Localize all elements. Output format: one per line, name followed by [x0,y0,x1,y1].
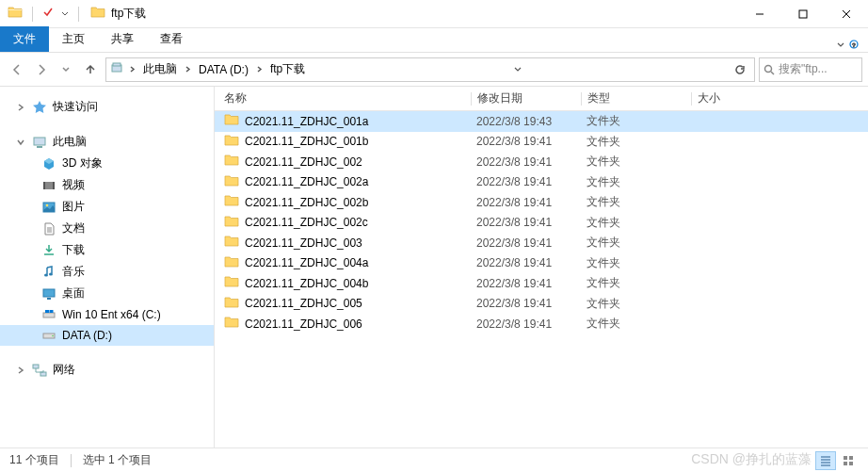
folder-name: C2021.11_ZDHJC_002a [245,175,368,188]
sidebar-quick-access[interactable]: 快速访问 [0,96,214,118]
breadcrumb-item[interactable]: 此电脑 [141,61,179,77]
separator [32,7,33,22]
video-icon [41,178,56,193]
file-type: 文件夹 [587,154,697,170]
date-modified: 2022/3/8 19:41 [476,317,587,331]
search-icon [764,64,775,75]
date-modified: 2022/3/8 19:41 [476,216,587,229]
column-type[interactable]: 类型 [582,90,691,106]
folder-row[interactable]: C2021.11_ZDHJC_002c2022/3/8 19:41文件夹 [215,213,868,234]
breadcrumb-root-icon[interactable] [110,61,123,77]
main-area: 快速访问 此电脑 3D 对象视频图片文档下载音乐桌面Win 10 Ent x64… [0,87,868,448]
sidebar-item[interactable]: 图片 [0,196,214,218]
date-modified: 2022/3/8 19:43 [476,115,587,128]
svg-rect-4 [113,63,121,66]
breadcrumb-item[interactable]: DATA (D:) [197,63,250,76]
folder-row[interactable]: C2021.11_ZDHJC_002a2022/3/8 19:41文件夹 [215,172,868,193]
svg-rect-9 [43,182,45,189]
folder-row[interactable]: C2021.11_ZDHJC_0062022/3/8 19:41文件夹 [215,314,868,334]
window-title: ftp下载 [111,6,146,22]
chevron-down-icon[interactable] [17,138,26,146]
folder-icon [224,133,239,151]
chevron-right-icon[interactable] [252,66,266,73]
folder-icon [90,5,105,23]
column-date[interactable]: 修改日期 [472,90,581,106]
chevron-right-icon[interactable] [181,66,195,73]
sidebar-item[interactable]: 音乐 [0,261,214,283]
date-modified: 2022/3/8 19:41 [476,236,587,250]
sidebar-this-pc[interactable]: 此电脑 [0,131,214,153]
svg-point-5 [765,65,772,72]
address-dropdown-icon[interactable] [514,63,522,76]
pc-icon [32,135,47,150]
breadcrumb-item[interactable]: ftp下载 [268,61,307,77]
tab-share[interactable]: 共享 [98,26,147,52]
sidebar-item[interactable]: Win 10 Ent x64 (C:) [0,304,214,325]
column-headers: 名称 修改日期 类型 大小 [215,87,868,111]
minimize-button[interactable] [738,0,781,28]
chevron-right-icon[interactable] [17,104,26,111]
help-icon[interactable]: ? [849,39,859,52]
chevron-right-icon[interactable] [17,366,26,374]
file-type: 文件夹 [587,194,697,210]
folder-row[interactable]: C2021.11_ZDHJC_002b2022/3/8 19:41文件夹 [215,192,868,213]
sidebar-item[interactable]: 下载 [0,239,214,261]
folder-row[interactable]: C2021.11_ZDHJC_0032022/3/8 19:41文件夹 [215,233,868,253]
folder-row[interactable]: C2021.11_ZDHJC_001b2022/3/8 19:41文件夹 [215,132,868,153]
file-type: 文件夹 [587,215,697,231]
sidebar-item[interactable]: 文档 [0,218,214,239]
view-large-icons-button[interactable] [838,451,859,470]
address-bar: 此电脑 DATA (D:) ftp下载 搜索"ftp... [0,53,868,87]
file-type: 文件夹 [587,316,697,332]
date-modified: 2022/3/8 19:41 [476,277,587,290]
folder-row[interactable]: C2021.11_ZDHJC_0052022/3/8 19:41文件夹 [215,294,868,315]
folder-name: C2021.11_ZDHJC_002b [245,196,368,209]
star-icon [32,100,47,115]
breadcrumb[interactable]: 此电脑 DATA (D:) ftp下载 [105,57,755,82]
app-folder-icon[interactable] [8,5,23,23]
svg-rect-6 [34,138,45,145]
properties-icon[interactable] [42,7,54,21]
ribbon-expand-icon[interactable] [836,39,845,52]
qat-dropdown-icon[interactable] [61,8,69,21]
close-button[interactable] [825,0,868,28]
tab-home[interactable]: 主页 [49,26,98,52]
nav-forward-button[interactable] [30,58,53,81]
documents-icon [41,221,56,236]
maximize-button[interactable] [781,0,825,28]
file-type: 文件夹 [587,296,697,312]
nav-back-button[interactable] [6,58,28,81]
sidebar-item[interactable]: DATA (D:) [0,325,214,346]
folder-row[interactable]: C2021.11_ZDHJC_004a2022/3/8 19:41文件夹 [215,253,868,274]
tab-file[interactable]: 文件 [0,26,49,52]
date-modified: 2022/3/8 19:41 [476,297,587,310]
pictures-icon [41,200,56,215]
folder-icon [224,112,239,130]
view-details-button[interactable] [815,451,836,470]
sidebar-item[interactable]: 桌面 [0,283,214,304]
file-list[interactable]: C2021.11_ZDHJC_001a2022/3/8 19:43文件夹C202… [215,111,868,448]
file-type: 文件夹 [587,113,697,129]
sidebar-item[interactable]: 3D 对象 [0,153,214,174]
folder-name: C2021.11_ZDHJC_005 [245,297,362,310]
refresh-button[interactable] [730,64,750,75]
nav-recent-button[interactable] [55,58,77,81]
folder-icon [224,153,239,171]
folder-icon [224,274,239,292]
column-name[interactable]: 名称 [218,90,471,106]
date-modified: 2022/3/8 19:41 [476,196,587,209]
search-input[interactable]: 搜索"ftp... [759,57,862,82]
nav-up-button[interactable] [79,58,102,81]
folder-row[interactable]: C2021.11_ZDHJC_0022022/3/8 19:41文件夹 [215,152,868,172]
svg-rect-0 [799,10,807,18]
svg-rect-16 [47,298,51,300]
svg-rect-18 [45,310,49,313]
folder-row[interactable]: C2021.11_ZDHJC_004b2022/3/8 19:41文件夹 [215,273,868,294]
sidebar-item[interactable]: 视频 [0,174,214,196]
column-size[interactable]: 大小 [692,90,767,106]
folder-name: C2021.11_ZDHJC_002 [245,155,362,169]
sidebar-network[interactable]: 网络 [0,359,214,381]
chevron-right-icon[interactable] [125,66,139,73]
tab-view[interactable]: 查看 [147,26,196,52]
folder-row[interactable]: C2021.11_ZDHJC_001a2022/3/8 19:43文件夹 [215,111,868,132]
